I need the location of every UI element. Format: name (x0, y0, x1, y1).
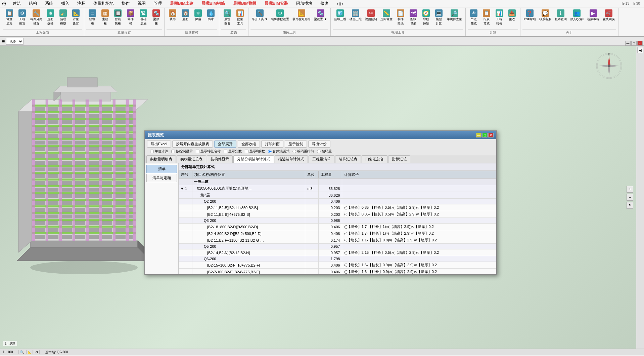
menu-item-mass[interactable]: 体量和场地 (91, 0, 116, 7)
checkbox-unit-calc[interactable]: 单位计算 (150, 149, 168, 154)
table-row[interactable]: Q3-200 0.986 (179, 218, 496, 224)
menu-item-struct[interactable]: 结构 (27, 0, 39, 7)
tab-tech-display[interactable]: 技构件显示 (207, 155, 233, 163)
table-row[interactable]: [B2-18+800,B2-D][9-500,B2-D] 0.406 ((【墙长… (179, 224, 496, 230)
ribbon-btn-contact[interactable]: 💬 联系客服 (538, 9, 553, 22)
ribbon-btn-far-select[interactable]: 🖱 远面选择 (44, 9, 56, 27)
menu-item-bim-install[interactable]: 晨曦BIM安装 (263, 0, 290, 7)
menu-item-system[interactable]: 系统 (43, 0, 55, 7)
ribbon-btn-batch-tool[interactable]: 📊 批量工具 (234, 9, 246, 27)
expand-all-btn[interactable]: 全部展开 (214, 141, 236, 148)
table-row[interactable]: [B2-4-800,B2-D][B2-2+500,B2-D] 0.406 ((【… (179, 230, 496, 237)
ribbon-btn-measure-set[interactable]: 📐 计量设置 (70, 9, 82, 27)
menu-item-bim-civil[interactable]: 晨曦BIM土建 (168, 0, 195, 7)
checkbox-neg[interactable]: 显示负数 (223, 149, 242, 154)
table-row[interactable]: [B2-15+100,B2-F][10+775,B2-F] 0.406 ((【墙… (179, 262, 496, 269)
tab-desc-calc[interactable]: 描述清单计算式 (275, 155, 308, 163)
view-select[interactable]: 见图 (6, 38, 24, 45)
tab-real-summary[interactable]: 实物量汇总表 (177, 155, 206, 163)
table-row[interactable]: [B2-11,B2-B][4+575,B2-B] 0.203 ((【墙长】0.8… (179, 211, 496, 218)
radio-before[interactable]: 编码重排前 (292, 149, 314, 154)
table-row[interactable]: Q2-200 0.406 (179, 199, 496, 204)
zoom-in-btn[interactable]: + (627, 186, 633, 193)
tab-real-detail[interactable]: 实物量明细表 (146, 155, 176, 163)
menu-expand-icon[interactable]: ≡ (2, 39, 5, 44)
ribbon-btn-roof[interactable]: 🏠 屋面 (179, 9, 191, 22)
display-ctrl-btn[interactable]: 显示控制 (285, 141, 307, 148)
ribbon-btn-area-3d[interactable]: 🧊 区域三维 (333, 9, 348, 22)
menu-item-addon[interactable]: 附加模块 (294, 0, 314, 7)
tab-door-window[interactable]: 门窗汇总合 (362, 155, 387, 163)
ribbon-btn-floor-3d[interactable]: 🏢 楼层三维 (348, 9, 363, 22)
radio-after[interactable]: 编码重… (317, 149, 335, 154)
window-close[interactable]: × (637, 41, 643, 46)
table-row[interactable]: [B2-11,B2-B][B2-11+850,B2-B] 0.203 ((【墙长… (179, 204, 496, 211)
tab-indicator[interactable]: 指标汇总 (388, 155, 410, 163)
export-excel-btn[interactable]: 导出Excel (147, 141, 171, 148)
ribbon-btn-draw-slab[interactable]: ▭ 绘制板 (86, 9, 98, 27)
menu-item-bim-rebar[interactable]: 晨曦BIM钢筋 (199, 0, 227, 7)
menu-item-view[interactable]: 视图 (136, 0, 148, 7)
menu-item-insert[interactable]: 插入 (59, 0, 71, 7)
ribbon-btn-nav-ctrl[interactable]: 🧭 导航控制 (420, 9, 432, 27)
ribbon-btn-foundation[interactable]: 🏗 基础后浇 (137, 9, 149, 27)
ribbon-btn-single-component[interactable]: 🔎 单构件查量 (446, 9, 463, 22)
ribbon-btn-video[interactable]: ▶ 视频教程 (586, 9, 601, 22)
ribbon-btn-drawing-nav[interactable]: 🗺 图纸导航 (407, 9, 419, 27)
dialog-table-area[interactable]: 分部清单定额计算式 序号 项目名称/构件位置 单位 工程量 计算式子 一般土建 (179, 163, 496, 274)
ribbon-btn-node-preview[interactable]: 👁 节点预览 (468, 9, 480, 27)
table-row[interactable]: ▼ 1 010504001001直形墙(1)直形墙... m3 36.626 (179, 185, 496, 192)
ribbon-btn-waterproof[interactable]: 💧 防水 (205, 9, 217, 22)
sidebar-btn-list-quota[interactable]: 清单与定额 (146, 174, 177, 182)
dialog-minimize-btn[interactable]: — (476, 133, 481, 137)
menu-item-modify[interactable]: 修改 (318, 0, 330, 7)
checkbox-zero[interactable]: 显示0的数 (244, 149, 265, 154)
ribbon-btn-beam-set[interactable]: 🔩 梁设置 ▼ (313, 9, 328, 22)
ribbon-btn-decor-params[interactable]: ⚙ 装饰参数设置 (270, 9, 290, 22)
table-row[interactable]: [B2-11,B2-F+1150][B2-11,B2-G-… 0.174 ((【… (179, 237, 496, 244)
ribbon-btn-project-report[interactable]: 📊 工程报告 (493, 9, 505, 27)
tab-sub-calc[interactable]: 分部分项清单计算式 (233, 155, 274, 163)
ribbon-btn-report-preview[interactable]: 📋 报表预览 (480, 9, 493, 27)
table-row[interactable]: [B2-7-100,B2-F][B2-8-775,B2-F] 0.406 ((【… (179, 269, 496, 275)
ribbon-btn-component-nav[interactable]: 📄 构件图纸 (395, 9, 407, 27)
table-row[interactable]: Q5-200 0.957 (179, 244, 496, 249)
sidebar-btn-list[interactable]: 清单 (146, 165, 177, 173)
tab-bill-of-qty[interactable]: 工程量清单 (309, 155, 334, 163)
ribbon-btn-component-class[interactable]: 🔧 构件分类设置 (29, 9, 44, 27)
ribbon-btn-room-calc[interactable]: 📏 房间算量 (379, 9, 394, 22)
table-row[interactable]: Q6-200 1.798 (179, 256, 496, 262)
ribbon-btn-view-cut[interactable]: ✂ 视图剖切 (364, 9, 378, 22)
ribbon-btn-clean[interactable]: 🧹 清理模型 (57, 9, 69, 27)
window-restore[interactable]: □ (631, 41, 637, 46)
table-row[interactable]: [B2-14,B2-N][B2-12,B2-N] 0.957 ((【墙长】2.1… (179, 249, 496, 256)
print-cover-btn[interactable]: 打印封面 (261, 141, 283, 148)
ribbon-btn-buy[interactable]: 🛒 在线购买 (601, 9, 616, 22)
ribbon-btn-pdf-help[interactable]: ❓ PDF帮助 (522, 9, 537, 22)
ribbon-btn-gen-slab[interactable]: ▦ 生成板 (99, 9, 111, 27)
menu-item-note[interactable]: 注释 (75, 0, 87, 7)
table-row[interactable]: 第2层 36.626 (179, 192, 496, 199)
ribbon-btn-workflow[interactable]: 📋 算量流程 (3, 9, 15, 27)
gen-report-btn[interactable]: 按展开内容生成报表 (172, 141, 213, 148)
ribbon-btn-model-calc[interactable]: 💻 模型计算 (433, 9, 445, 27)
checkbox-feat-name[interactable]: 显示特征名称 (195, 149, 221, 154)
ribbon-btn-decor-rect[interactable]: 📐 装饰在矩形绘 (291, 9, 312, 22)
menu-item-nav[interactable]: ◁ ▷ (334, 1, 346, 7)
right-panel-expand[interactable]: ◀ (637, 47, 643, 53)
radio-merge[interactable]: 合并混凝式 (268, 149, 289, 154)
dialog-close-btn[interactable]: × (488, 133, 494, 137)
ribbon-btn-qq[interactable]: 👥 加入QQ群 (569, 9, 585, 22)
ribbon-btn-insul[interactable]: ❄ 保温 (192, 9, 204, 22)
ribbon-btn-project-setup[interactable]: ⚙ 工程设置 (16, 9, 28, 27)
ribbon-btn-version[interactable]: ℹ 版本查询 (553, 9, 568, 22)
ribbon-btn-beam[interactable]: 🔩 梁加腋 (150, 9, 162, 27)
menu-item-collab[interactable]: 协作 (120, 0, 132, 7)
zoom-out-btn[interactable]: − (627, 194, 633, 201)
menu-item-bim-flip[interactable]: 晨曦BIM翻模 (231, 0, 259, 7)
menu-item-build[interactable]: 建筑 (11, 0, 23, 7)
window-minimize[interactable]: — (625, 41, 631, 46)
collapse-all-btn[interactable]: 全部收缩 (238, 141, 260, 148)
dialog-maximize-btn[interactable]: □ (482, 133, 488, 137)
ribbon-btn-decor[interactable]: 🏠 装饰 (167, 9, 179, 22)
